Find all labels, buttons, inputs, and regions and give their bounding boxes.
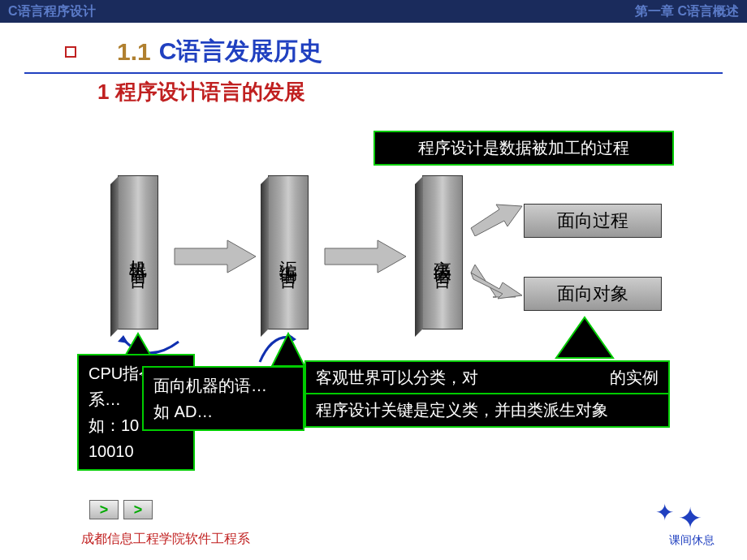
callout-pointer-1 [122,332,154,356]
footer-right[interactable]: 课间休息 [669,533,715,548]
callout-pointer [552,313,617,362]
star-icon: ✦ [678,502,702,536]
title-row: 1.1 C语言发展历史 [65,35,747,68]
diagram-area: 程序设计是数据被加工的过程 机器语言 汇编语言 高级语言 面向过程 面向对象 C… [0,131,747,472]
box-assembly-lang: 汇编语言 [268,175,309,330]
nav-buttons: > > [89,500,153,519]
box-oop: 面向对象 [524,277,662,311]
box-procedural: 面向过程 [524,204,662,238]
star-icon: ✦ [655,499,674,526]
nav-prev-button[interactable]: > [89,500,119,519]
box-machine-lang: 机器语言 [118,175,158,330]
arrow-3-down [467,265,524,301]
arrow-3-up [467,200,524,236]
header-left: C语言程序设计 [8,3,96,20]
footer-left: 成都信息工程学院软件工程系 [81,531,250,548]
arrow-2 [321,236,410,277]
callout-classify: 客观世界可以分类，对 的实例 [304,360,670,395]
nav-next-button[interactable]: > [123,500,153,519]
divider [24,72,723,74]
callout-pointer-2 [268,332,309,368]
section-title: C语言发展历史 [159,35,323,68]
box-highlevel-lang: 高级语言 [422,175,463,330]
header-bar: C语言程序设计 第一章 C语言概述 [0,0,747,23]
section-number: 1.1 [117,38,151,66]
callout-class-def: 程序设计关键是定义类，并由类派生对象 [304,393,670,428]
header-right: 第一章 C语言概述 [635,3,739,20]
callout-top: 程序设计是数据被加工的过程 [374,131,674,166]
callout-machine: 面向机器的语… 如 AD… [142,366,304,431]
arrow-1 [171,236,260,277]
subtitle: 1 程序设计语言的发展 [97,78,747,106]
bullet-icon [65,46,76,58]
